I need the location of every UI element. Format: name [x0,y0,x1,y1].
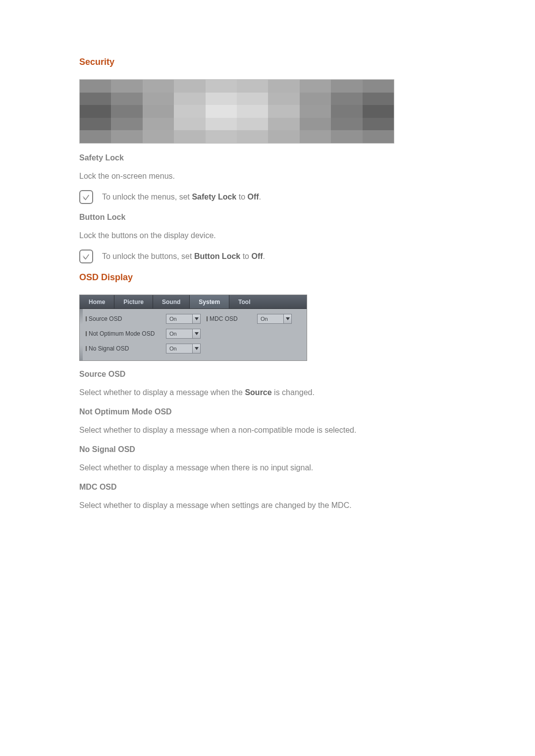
osd-display-heading: OSD Display [79,272,456,283]
osd-select[interactable]: On [166,329,201,339]
button-lock-title: Button Lock [79,213,456,222]
note-bold: Safety Lock [192,193,236,201]
safety-lock-title: Safety Lock [79,153,456,162]
osd-row-label: Source OSD [86,315,160,322]
safety-lock-note: To unlock the menus, set Safety Lock to … [79,191,456,204]
source-osd-desc: Select whether to display a message when… [79,387,456,399]
no-signal-title: No Signal OSD [79,445,456,454]
chevron-down-icon [192,344,200,353]
osd-tab-tool[interactable]: Tool [229,295,307,308]
osd-row-label: MDC OSD [207,315,251,322]
security-heading: Security [79,57,456,67]
safety-lock-desc: Lock the on-screen menus. [79,170,456,182]
note-text: To unlock the menus, set [102,193,192,201]
chevron-down-icon [192,329,200,338]
security-screenshot-placeholder [79,79,394,144]
source-osd-title: Source OSD [79,370,456,379]
osd-body: Source OSDOnMDC OSDOnNot Optimum Mode OS… [80,309,307,360]
chevron-down-icon [192,314,200,323]
note-icon [79,250,93,263]
osd-row-label: Not Optimum Mode OSD [86,330,160,337]
osd-tab-system[interactable]: System [190,295,229,308]
not-optimum-desc: Select whether to display a message when… [79,424,456,436]
osd-select[interactable]: On [257,314,292,324]
osd-tab-home[interactable]: Home [80,295,114,308]
osd-panel: HomePictureSoundSystemTool Source OSDOnM… [79,295,307,361]
osd-select[interactable]: On [166,314,201,324]
no-signal-desc: Select whether to display a message when… [79,462,456,474]
button-lock-desc: Lock the buttons on the display device. [79,230,456,242]
mdc-osd-title: MDC OSD [79,483,456,492]
osd-row-label: No Signal OSD [86,345,160,352]
chevron-down-icon [283,314,291,323]
osd-tab-picture[interactable]: Picture [114,295,153,308]
osd-tabs: HomePictureSoundSystemTool [80,295,307,309]
mdc-osd-desc: Select whether to display a message when… [79,500,456,511]
button-lock-note: To unlock the buttons, set Button Lock t… [79,251,456,263]
osd-tab-sound[interactable]: Sound [153,295,190,308]
not-optimum-title: Not Optimum Mode OSD [79,407,456,416]
note-icon [79,190,93,204]
osd-select[interactable]: On [166,344,201,353]
